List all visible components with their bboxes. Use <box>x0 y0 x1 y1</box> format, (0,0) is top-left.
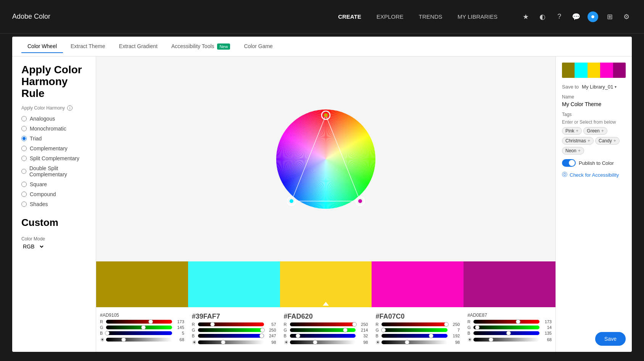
top-swatch-2[interactable] <box>575 63 587 78</box>
hex-label-5[interactable]: #AD0E87 <box>467 313 552 318</box>
tag-candy[interactable]: Candy + <box>595 137 620 145</box>
theme-name[interactable]: My Color Theme <box>562 101 626 107</box>
g-slider-2[interactable] <box>198 328 264 332</box>
tag-neon[interactable]: Neon + <box>562 147 584 155</box>
save-to-row: Save to My Library_01 ▾ <box>562 84 626 90</box>
rule-analogous[interactable]: Analogous <box>21 114 87 124</box>
tab-accessibility[interactable]: Accessibility Tools New <box>165 40 236 53</box>
nav-explore[interactable]: EXPLORE <box>377 13 404 20</box>
swatch-3[interactable] <box>280 261 372 307</box>
chat-icon[interactable]: 💬 <box>571 11 581 22</box>
tab-color-wheel[interactable]: Color Wheel <box>21 40 63 53</box>
new-badge: New <box>217 44 230 50</box>
save-to-label: Save to <box>562 84 579 90</box>
svg-point-6 <box>324 113 328 117</box>
h-slider-2[interactable] <box>198 340 264 344</box>
rule-double-split[interactable]: Double Split Complementary <box>21 163 87 179</box>
hex-label-2[interactable]: #39FAF7 <box>192 313 276 321</box>
r-slider-5[interactable] <box>473 320 539 324</box>
tags-row: Pink + Green + <box>562 127 626 135</box>
star-icon[interactable]: ★ <box>520 11 531 22</box>
grid-icon[interactable]: ⊞ <box>604 11 615 22</box>
b-slider-4[interactable] <box>382 334 448 338</box>
app-logo: Adobe Color <box>12 13 50 21</box>
h-slider-4[interactable] <box>382 340 448 344</box>
tags-section: Tags Pink + Green + Christmas + <box>562 112 626 155</box>
swatch-1[interactable] <box>96 261 188 307</box>
accessibility-text: Check for Accessibility <box>570 172 619 178</box>
help-icon[interactable]: ? <box>554 11 565 22</box>
g-slider-1[interactable] <box>106 326 172 329</box>
rule-triad[interactable]: Triad <box>21 134 87 143</box>
swatch-2[interactable] <box>188 261 280 307</box>
g-slider-5[interactable] <box>473 326 539 329</box>
tags-row-3: Neon + <box>562 147 626 155</box>
r-slider-4[interactable] <box>382 322 448 326</box>
settings-icon[interactable]: ⚙ <box>621 11 632 22</box>
color-wheel-area[interactable]: // Draw color wheel const svg = document… <box>96 56 555 261</box>
rule-complementary[interactable]: Complementary <box>21 143 87 153</box>
toggle-thumb <box>569 160 575 166</box>
tag-pink[interactable]: Pink + <box>562 127 582 135</box>
publish-label: Publish to Color <box>579 160 614 166</box>
b-slider-2[interactable] <box>198 334 264 338</box>
swatch-5[interactable] <box>464 261 555 307</box>
swatches-row <box>96 261 555 307</box>
rule-monochromatic[interactable]: Monochromatic <box>21 124 87 134</box>
rule-split-complementary[interactable]: Split Complementary <box>21 153 87 163</box>
name-row: Name My Color Theme <box>562 94 626 107</box>
page-title: Apply Color HarmonyRule <box>21 64 87 99</box>
color-mode-label: Color Mode <box>21 236 87 242</box>
h-slider-5[interactable] <box>473 338 539 342</box>
tab-color-game[interactable]: Color Game <box>238 40 279 53</box>
b-slider-5[interactable] <box>473 331 539 335</box>
top-swatch-3[interactable] <box>588 63 600 78</box>
top-swatch-4[interactable] <box>600 63 613 78</box>
top-swatch-5[interactable] <box>613 63 626 78</box>
r-slider-3[interactable] <box>290 322 356 326</box>
rule-compound[interactable]: Compound <box>21 189 87 199</box>
info-icon[interactable]: i <box>67 105 72 111</box>
svg-point-8 <box>290 199 293 203</box>
moon-icon[interactable]: ◐ <box>537 11 548 22</box>
library-selector[interactable]: My Library_01 ▾ <box>582 84 617 90</box>
tag-plus-icon: + <box>576 128 578 134</box>
tab-extract-gradient[interactable]: Extract Gradient <box>113 40 164 53</box>
tag-christmas[interactable]: Christmas + <box>562 137 594 145</box>
r-slider-2[interactable] <box>198 322 264 326</box>
rule-square[interactable]: Square <box>21 179 87 189</box>
g-slider-3[interactable] <box>290 328 356 332</box>
accessibility-row[interactable]: ⓪ Check for Accessibility <box>562 171 626 178</box>
tag-plus-icon: + <box>601 128 604 134</box>
svg-point-1 <box>276 110 375 209</box>
h-slider-1[interactable] <box>106 338 172 342</box>
b-slider-3[interactable] <box>290 334 356 338</box>
chevron-down-icon: ▾ <box>615 85 617 89</box>
color-wheel[interactable]: // Draw color wheel const svg = document… <box>272 106 379 213</box>
save-button[interactable]: Save <box>595 332 626 346</box>
user-avatar[interactable]: ● <box>588 11 598 22</box>
top-swatches <box>562 63 626 78</box>
publish-toggle[interactable] <box>562 159 576 167</box>
nav-create[interactable]: CREATE <box>338 13 361 20</box>
top-swatch-1[interactable] <box>562 63 575 78</box>
b-slider-1[interactable] <box>106 331 172 335</box>
name-label: Name <box>562 94 626 100</box>
tags-input[interactable] <box>562 119 626 125</box>
accessibility-icon: ⓪ <box>562 171 567 178</box>
g-slider-4[interactable] <box>382 328 448 332</box>
tag-green[interactable]: Green + <box>583 127 607 135</box>
hex-label-4[interactable]: #FA07C0 <box>375 313 460 321</box>
tab-extract-theme[interactable]: Extract Theme <box>64 40 111 53</box>
hex-label-3[interactable]: #FAD620 <box>284 313 368 321</box>
nav-libraries[interactable]: MY LIBRARIES <box>457 13 497 20</box>
swatch-4[interactable] <box>372 261 464 307</box>
publish-row: Publish to Color <box>562 159 626 167</box>
color-column-3: #FAD620 R 250 G <box>280 311 372 348</box>
color-mode-select[interactable]: RGB CMYK HSB Lab <box>21 243 45 250</box>
r-slider-1[interactable] <box>106 320 172 324</box>
nav-trends[interactable]: TRENDS <box>419 13 443 20</box>
rule-shades[interactable]: Shades <box>21 199 87 209</box>
h-slider-3[interactable] <box>290 340 356 344</box>
hex-label-1[interactable]: #AD9105 <box>100 313 184 318</box>
